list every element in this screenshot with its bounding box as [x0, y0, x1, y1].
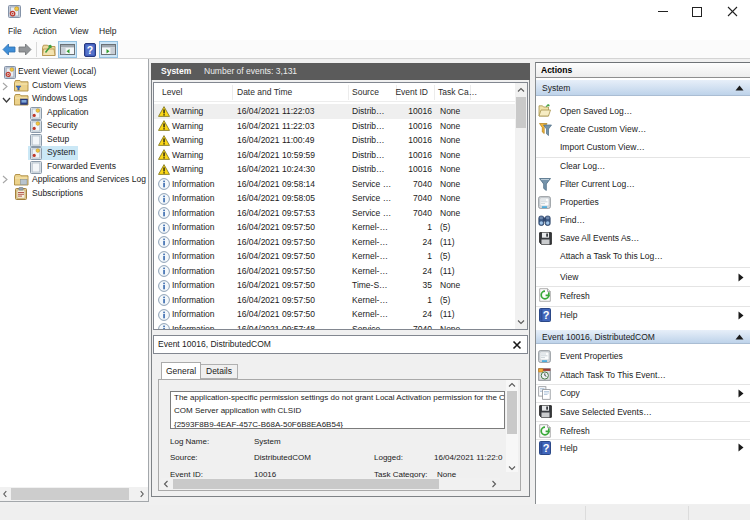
svg-text:?: ? [543, 442, 550, 454]
svg-text:?: ? [87, 44, 93, 56]
svg-text:?: ? [543, 309, 550, 321]
